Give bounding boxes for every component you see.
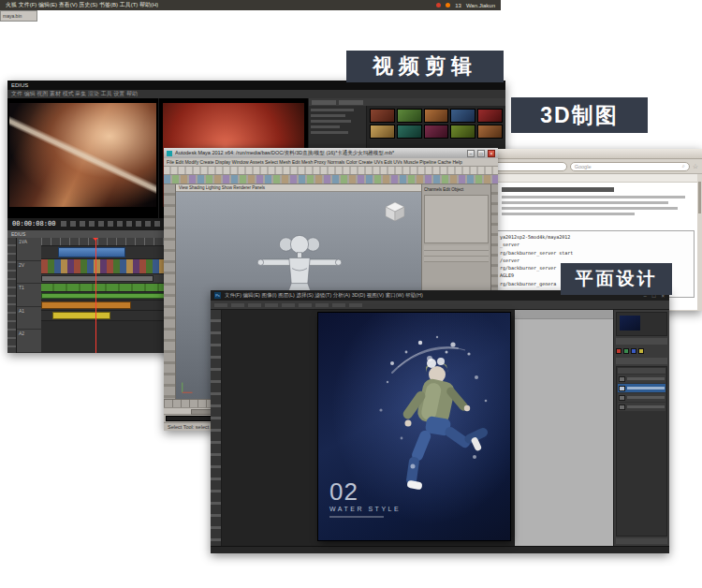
maya-shelf[interactable] bbox=[164, 175, 498, 184]
swatch[interactable] bbox=[623, 348, 629, 354]
layer-row[interactable] bbox=[618, 375, 665, 383]
swatch[interactable] bbox=[616, 348, 622, 354]
photoshop-window: Ps 文件(F) 编辑(E) 图像(I) 图层(L) 选择(S) 滤镜(T) 分… bbox=[211, 290, 669, 553]
layer-row-selected[interactable] bbox=[618, 384, 665, 392]
placeholder-text-line bbox=[502, 201, 668, 204]
layer-name-bar bbox=[627, 377, 665, 380]
audio-clip[interactable] bbox=[41, 301, 131, 309]
panel-header[interactable] bbox=[616, 338, 667, 345]
placeholder-text-line bbox=[502, 213, 635, 215]
panel-user[interactable]: Wan.Jiakun bbox=[466, 3, 495, 8]
record-status-icon[interactable] bbox=[436, 3, 441, 7]
placeholder-text-line bbox=[502, 207, 678, 210]
track-header[interactable]: A2 bbox=[17, 330, 41, 353]
clip-thumbnail[interactable] bbox=[424, 125, 449, 139]
title-clip[interactable] bbox=[41, 275, 154, 282]
workspace-panel-header[interactable] bbox=[515, 310, 613, 319]
track-header[interactable]: A1 bbox=[17, 307, 41, 331]
code-line: _server bbox=[500, 241, 691, 248]
maya-titlebar[interactable]: Autodesk Maya 2012 x64: /run/media/bas/D… bbox=[164, 148, 498, 158]
navigator-panel[interactable] bbox=[616, 312, 667, 336]
clip-thumbnail[interactable] bbox=[424, 109, 449, 123]
page-text-block bbox=[502, 187, 689, 218]
layers-panel-header[interactable] bbox=[618, 368, 665, 374]
maya-toolbox[interactable] bbox=[164, 184, 176, 399]
maximize-button[interactable]: □ bbox=[477, 150, 485, 157]
channel-box-fields[interactable] bbox=[424, 195, 489, 243]
layer-row[interactable] bbox=[618, 393, 665, 402]
bin-tab[interactable] bbox=[339, 100, 363, 105]
search-box[interactable]: Google ⌕ bbox=[570, 162, 690, 171]
placeholder-text-line bbox=[311, 131, 348, 134]
placeholder-heading bbox=[502, 187, 614, 192]
layers-panel bbox=[616, 366, 667, 537]
placeholder-text-line bbox=[311, 125, 340, 128]
maya-menubar[interactable]: File Edit Modify Create Display Window A… bbox=[164, 158, 498, 167]
maya-status-line[interactable] bbox=[164, 167, 498, 175]
clip-thumbnail[interactable] bbox=[450, 125, 475, 139]
track-header[interactable]: 1VA bbox=[17, 238, 41, 261]
panel-header[interactable] bbox=[616, 358, 667, 364]
tools-panel[interactable] bbox=[211, 310, 222, 546]
edius-source-monitor[interactable] bbox=[7, 98, 159, 218]
edius-menubar[interactable]: 文件 编辑 视图 素材 模式 采集 渲染 工具 设置 帮助 bbox=[7, 90, 505, 98]
clip-thumbnail[interactable] bbox=[397, 125, 422, 139]
layer-name-bar bbox=[627, 405, 665, 408]
audio-clip[interactable] bbox=[52, 312, 110, 319]
close-button[interactable]: × bbox=[488, 150, 495, 157]
label-graphic-design: 平面设计 bbox=[561, 263, 672, 295]
playhead[interactable] bbox=[95, 238, 96, 353]
timecode-display: 00:00:08:00 bbox=[12, 220, 55, 228]
poster-subtitle-line bbox=[329, 516, 384, 518]
clip-thumbnail[interactable] bbox=[477, 109, 503, 123]
layer-row[interactable] bbox=[618, 403, 665, 411]
cube-object[interactable] bbox=[384, 201, 406, 222]
clip-thumbnail[interactable] bbox=[370, 109, 395, 123]
panel-footer-icons[interactable] bbox=[616, 538, 667, 544]
poster-text-block: 02 WATER STYLE bbox=[329, 479, 401, 518]
search-icon[interactable]: ⌕ bbox=[682, 163, 685, 169]
placeholder-text-line bbox=[311, 109, 354, 111]
canvas-area[interactable]: 02 WATER STYLE bbox=[222, 310, 514, 546]
layer-thumbnail bbox=[619, 376, 625, 382]
bin-tab[interactable] bbox=[312, 100, 336, 105]
placeholder-text-line bbox=[311, 120, 351, 123]
view-axis-icon bbox=[180, 378, 197, 395]
maya-title: Autodesk Maya 2012 x64: /run/media/bas/D… bbox=[175, 150, 464, 156]
clip-thumbnail[interactable] bbox=[370, 125, 395, 139]
code-line: ya2012sp2-5mod4k/maya2012 bbox=[500, 233, 691, 241]
minimize-button[interactable]: – bbox=[467, 150, 475, 157]
clip-thumbnail[interactable] bbox=[397, 109, 422, 123]
notification-icon[interactable] bbox=[446, 3, 450, 7]
layer-name-bar bbox=[627, 387, 665, 390]
track-header[interactable]: 2V bbox=[17, 261, 41, 285]
poster-number: 02 bbox=[329, 479, 401, 504]
document-canvas[interactable]: 02 WATER STYLE bbox=[318, 313, 510, 540]
search-engine-label: Google bbox=[575, 164, 592, 169]
workspace-panel bbox=[514, 310, 613, 546]
edius-brand: EDIUS bbox=[11, 81, 28, 90]
bookmark-star-icon[interactable]: ☆ bbox=[693, 163, 698, 169]
panel-clock[interactable]: 13 bbox=[455, 3, 461, 8]
swatch[interactable] bbox=[631, 348, 636, 354]
taskbar-fragment[interactable]: maya.bin bbox=[0, 10, 37, 22]
placeholder-text-line bbox=[311, 114, 345, 117]
scrollbar[interactable] bbox=[697, 174, 702, 310]
layer-thumbnail bbox=[619, 395, 625, 401]
swatch[interactable] bbox=[638, 348, 644, 354]
photoshop-app-icon: Ps bbox=[214, 292, 221, 299]
timeline-toolbar[interactable] bbox=[7, 238, 17, 353]
channel-box-tabs[interactable]: Channels Edit Object bbox=[424, 186, 489, 193]
panels-dock bbox=[613, 310, 669, 546]
layer-name-bar bbox=[627, 396, 665, 399]
video-clip[interactable] bbox=[58, 247, 125, 257]
attribute-row[interactable] bbox=[424, 257, 489, 262]
panel-app-menus[interactable]: 火狐 文件(F) 编辑(E) 查看(V) 历史(S) 书签(B) 工具(T) 帮… bbox=[6, 1, 158, 9]
clip-thumbnail[interactable] bbox=[450, 109, 475, 123]
options-bar[interactable] bbox=[211, 301, 669, 310]
clip-thumbnail[interactable] bbox=[477, 125, 503, 139]
code-line: rg/backburner_server start bbox=[500, 249, 691, 257]
track-header[interactable]: T1 bbox=[17, 284, 41, 307]
viewport-menubar[interactable]: View Shading Lighting Show Renderer Pane… bbox=[176, 184, 421, 192]
bin-header[interactable] bbox=[309, 98, 505, 106]
